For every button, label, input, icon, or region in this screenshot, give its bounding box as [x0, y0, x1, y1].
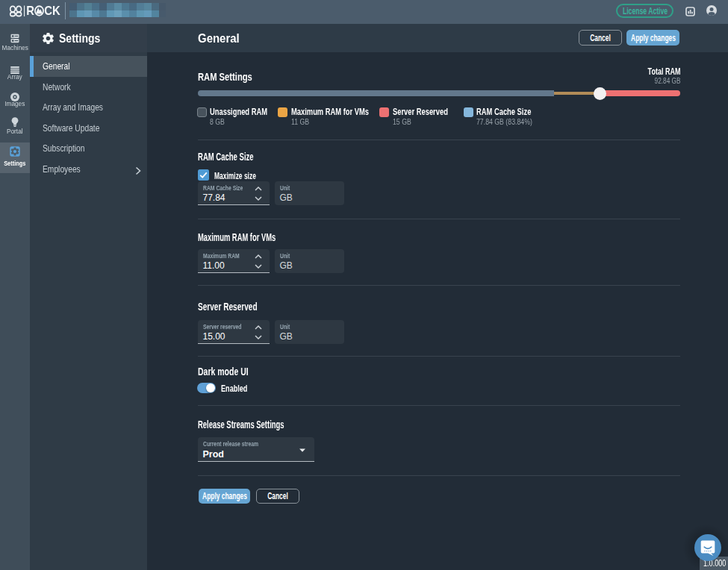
svg-text:R: R [26, 4, 34, 18]
svg-text:CK: CK [44, 4, 60, 18]
